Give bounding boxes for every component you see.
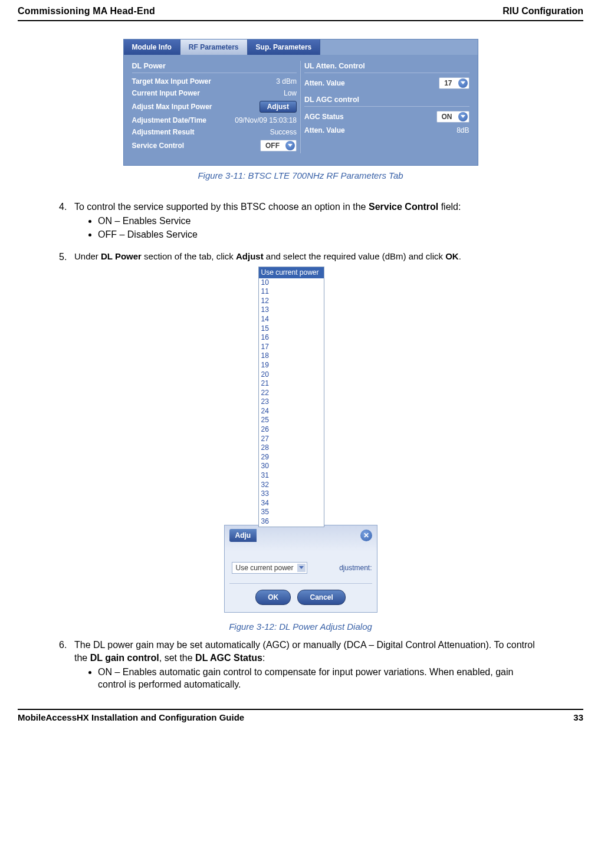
current-input-value: Low bbox=[220, 89, 297, 97]
adj-datetime-label: Adjustment Date/Time bbox=[132, 116, 221, 124]
dbm-list-item[interactable]: 28 bbox=[259, 443, 324, 453]
tab-sup-parameters[interactable]: Sup. Parameters bbox=[248, 40, 321, 55]
dialog-divider bbox=[229, 583, 372, 584]
figure1-caption: Figure 3-11: BTSC LTE 700NHz RF Paramete… bbox=[59, 170, 542, 180]
dbm-list-top[interactable]: Use current power bbox=[259, 267, 324, 278]
target-max-label: Target Max Input Power bbox=[132, 77, 221, 86]
agc-atten-value: 8dB bbox=[393, 126, 469, 134]
dbm-listbox[interactable]: Use current power 1011121314151617181920… bbox=[258, 267, 324, 527]
dbm-list-item[interactable]: 13 bbox=[259, 305, 324, 315]
tab-bar: Module Info RF Parameters Sup. Parameter… bbox=[124, 40, 478, 55]
agc-status-value: ON bbox=[442, 113, 452, 121]
dbm-list-item[interactable]: 10 bbox=[259, 278, 324, 288]
dbm-list-item[interactable]: 31 bbox=[259, 471, 324, 481]
target-max-value: 3 dBm bbox=[220, 77, 297, 86]
dbm-list-item[interactable]: 26 bbox=[259, 425, 324, 435]
ul-atten-dropdown[interactable]: 17 bbox=[439, 77, 469, 89]
step6-num: 6. bbox=[59, 639, 74, 696]
chevron-down-icon bbox=[458, 78, 468, 88]
chevron-down-icon bbox=[297, 564, 306, 572]
figure2-caption: Figure 3-12: DL Power Adjust Dialog bbox=[59, 621, 542, 633]
step4-bullet-off: OFF – Disables Service bbox=[98, 228, 542, 241]
body-text: 4. To control the service supported by t… bbox=[59, 200, 542, 697]
adj-result-value: Success bbox=[220, 128, 297, 136]
dbm-list-item[interactable]: 21 bbox=[259, 379, 324, 389]
dbm-list-item[interactable]: 23 bbox=[259, 397, 324, 407]
dbm-list-item[interactable]: 11 bbox=[259, 287, 324, 297]
dbm-list-item[interactable]: 34 bbox=[259, 499, 324, 508]
dbm-list-item[interactable]: 29 bbox=[259, 453, 324, 462]
adj-datetime-value: 09/Nov/09 15:03:18 bbox=[220, 116, 297, 124]
adjust-dialog-screenshot: Use current power 1011121314151617181920… bbox=[224, 267, 377, 613]
dbm-list-item[interactable]: 18 bbox=[259, 351, 324, 361]
dbm-list-item[interactable]: 24 bbox=[259, 407, 324, 416]
adjustment-label-fragment: djustment: bbox=[339, 563, 372, 573]
dbm-list-item[interactable]: 14 bbox=[259, 315, 324, 324]
cancel-button[interactable]: Cancel bbox=[297, 590, 345, 605]
agc-atten-label: Atten. Value bbox=[304, 126, 393, 134]
ok-button[interactable]: OK bbox=[255, 590, 291, 605]
step6-bullet-on: ON – Enables automatic gain control to c… bbox=[98, 666, 542, 691]
header-left: Commissioning MA Head-End bbox=[18, 6, 155, 17]
dl-agc-title: DL AGC control bbox=[304, 94, 469, 107]
rf-parameters-screenshot: Module Info RF Parameters Sup. Parameter… bbox=[123, 39, 478, 166]
service-control-dropdown[interactable]: OFF bbox=[260, 140, 297, 152]
step4-bullet-on: ON – Enables Service bbox=[98, 215, 542, 228]
service-control-label: Service Control bbox=[132, 142, 221, 150]
close-icon[interactable]: ✕ bbox=[360, 530, 372, 541]
step5-num: 5. bbox=[59, 251, 74, 264]
step4-num: 4. bbox=[59, 200, 74, 247]
adjust-select[interactable]: Use current power bbox=[232, 562, 307, 574]
ul-atten-value: 17 bbox=[444, 79, 452, 87]
dbm-list-item[interactable]: 17 bbox=[259, 343, 324, 352]
dbm-list-item[interactable]: 27 bbox=[259, 435, 324, 444]
adjust-dialog: Adju ✕ djustment: Use current power OK C… bbox=[224, 525, 377, 613]
dbm-list-item[interactable]: 36 bbox=[259, 517, 324, 527]
current-input-label: Current Input Power bbox=[132, 89, 221, 97]
dbm-list-item[interactable]: 16 bbox=[259, 333, 324, 343]
dbm-list-item[interactable]: 35 bbox=[259, 508, 324, 517]
header-rule bbox=[18, 20, 583, 21]
page-footer: MobileAccessHX Installation and Configur… bbox=[18, 712, 583, 722]
dbm-list-item[interactable]: 30 bbox=[259, 462, 324, 471]
page-header: Commissioning MA Head-End RIU Configurat… bbox=[18, 6, 583, 19]
adjust-dialog-title: Adju bbox=[229, 529, 257, 542]
dbm-list-item[interactable]: 15 bbox=[259, 324, 324, 334]
chevron-down-icon bbox=[285, 141, 295, 150]
dl-power-title: DL Power bbox=[132, 61, 297, 73]
adj-result-label: Adjustment Result bbox=[132, 128, 221, 136]
service-control-value: OFF bbox=[265, 142, 280, 150]
dbm-list-item[interactable]: 20 bbox=[259, 370, 324, 380]
ul-atten-label: Atten. Value bbox=[304, 79, 393, 87]
dbm-list-item[interactable]: 22 bbox=[259, 389, 324, 398]
footer-right: 33 bbox=[573, 712, 583, 722]
header-right: RIU Configuration bbox=[503, 6, 583, 17]
tab-rf-parameters[interactable]: RF Parameters bbox=[180, 40, 248, 55]
dbm-list-item[interactable]: 33 bbox=[259, 489, 324, 499]
agc-status-label: AGC Status bbox=[304, 113, 393, 121]
dbm-list-item[interactable]: 12 bbox=[259, 297, 324, 306]
footer-rule bbox=[18, 709, 583, 710]
adjust-max-label: Adjust Max Input Power bbox=[132, 103, 221, 111]
dbm-list-item[interactable]: 25 bbox=[259, 416, 324, 425]
footer-left: MobileAccessHX Installation and Configur… bbox=[18, 712, 244, 722]
dbm-list-item[interactable]: 19 bbox=[259, 361, 324, 370]
ul-atten-title: UL Atten. Control bbox=[304, 61, 469, 73]
agc-status-dropdown[interactable]: ON bbox=[436, 111, 469, 123]
chevron-down-icon bbox=[458, 112, 468, 121]
tab-module-info[interactable]: Module Info bbox=[124, 40, 180, 55]
dbm-list-item[interactable]: 32 bbox=[259, 481, 324, 490]
adjust-button[interactable]: Adjust bbox=[260, 101, 297, 113]
